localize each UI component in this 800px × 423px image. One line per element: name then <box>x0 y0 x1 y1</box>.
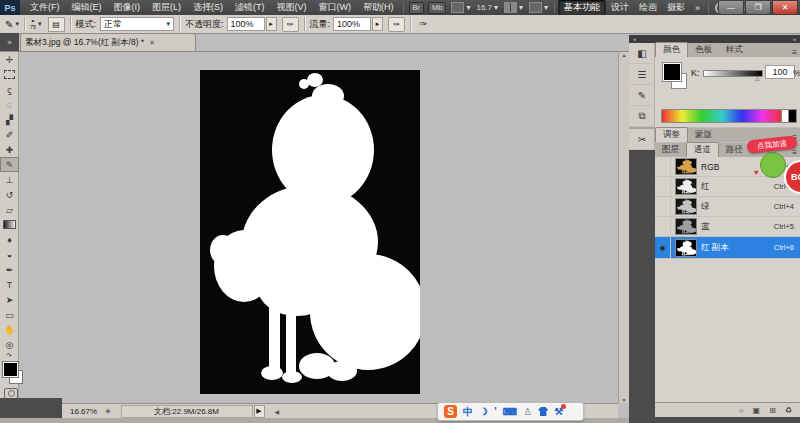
menu-layer[interactable]: 图层(L) <box>146 0 187 15</box>
flow-input[interactable]: 100% <box>333 17 371 31</box>
restore-button[interactable]: ❐ <box>745 0 771 15</box>
status-options-arrow[interactable]: ▶ <box>254 405 265 418</box>
k-value-input[interactable]: 100 <box>765 65 795 79</box>
channel-row-red-copy[interactable]: ◉ 红 副本 Ctrl+6 <box>655 237 800 259</box>
color-spectrum-ramp[interactable] <box>661 109 783 123</box>
tab-layers[interactable]: 图层 <box>655 143 686 157</box>
scroll-up-icon[interactable]: ▲ <box>622 52 627 58</box>
dropdown-icon[interactable]: ▾ <box>38 20 42 28</box>
workspace-design-button[interactable]: 设计 <box>606 0 634 15</box>
tab-color[interactable]: 颜色 <box>655 42 688 57</box>
dodge-tool[interactable]: ◒ <box>0 247 19 262</box>
toggle-brush-panel-icon[interactable]: ▤ <box>48 17 65 32</box>
workspace-painting-button[interactable]: 绘画 <box>634 0 662 15</box>
ime-softkeyboard-icon[interactable]: ⌨ <box>503 407 517 417</box>
tab-swatches[interactable]: 色板 <box>688 43 719 57</box>
tab-paths[interactable]: 路径 <box>719 143 750 157</box>
flow-spinner[interactable]: ▸ <box>372 17 383 31</box>
channel-row-blue[interactable]: 蓝 Ctrl+5 <box>655 217 800 237</box>
tab-adjustments[interactable]: 调整 <box>655 127 688 142</box>
sogou-logo-icon[interactable]: S <box>444 405 457 418</box>
menu-help[interactable]: 帮助(H) <box>357 0 400 15</box>
tab-channels[interactable]: 通道 <box>686 142 719 157</box>
tablet-pressure-icon[interactable]: ✑ <box>416 18 431 31</box>
clone-stamp-tool[interactable]: ⊥ <box>0 172 19 187</box>
zoom-tool[interactable]: ◎ <box>0 337 19 352</box>
menu-window[interactable]: 窗口(W) <box>313 0 358 15</box>
move-tool[interactable]: ✛ <box>0 52 19 67</box>
document-tab[interactable]: 素材3.jpg @ 16.7%(红 副本/8) * ✕ <box>20 33 196 52</box>
ime-settings-icon[interactable]: ⚒ <box>554 407 563 417</box>
brush-preset-picker[interactable]: • 75 <box>30 17 36 31</box>
document-close-icon[interactable]: ✕ <box>148 38 156 48</box>
blur-tool[interactable]: ♦ <box>0 232 19 247</box>
rectangular-marquee-tool[interactable] <box>0 67 19 82</box>
launch-bridge-button[interactable]: Br <box>409 2 425 14</box>
dock-tool-presets-panel-icon[interactable]: ✂ <box>629 127 655 150</box>
opacity-spinner[interactable]: ▸ <box>266 17 277 31</box>
new-channel-icon[interactable]: ⊞ <box>769 406 776 415</box>
k-slider-handle[interactable]: △ <box>755 74 760 81</box>
history-brush-tool[interactable]: ↺ <box>0 187 19 202</box>
scroll-left-icon[interactable]: ◀ <box>275 408 280 415</box>
tab-styles[interactable]: 样式 <box>719 43 750 57</box>
swap-colors-icon[interactable]: ↷ <box>0 352 18 360</box>
load-selection-icon[interactable]: ○ <box>739 406 744 415</box>
dock-brush-panel-icon[interactable]: ✎ <box>629 85 655 106</box>
brush-tool-preset-icon[interactable]: ✎ <box>5 19 13 30</box>
panel-menu-icon[interactable]: ≡ <box>792 148 800 157</box>
menu-filter[interactable]: 滤镜(T) <box>229 0 271 15</box>
dock-swatches-panel-icon[interactable]: ☰ <box>629 64 655 85</box>
vertical-scrollbar[interactable]: ▲ ▼ <box>618 52 629 403</box>
foreground-color-swatch[interactable] <box>3 362 18 377</box>
spot-healing-brush-tool[interactable]: ✚ <box>0 142 19 157</box>
delete-channel-icon[interactable]: ♻ <box>785 406 792 415</box>
tab-masks[interactable]: 蒙版 <box>688 128 719 142</box>
hand-tool[interactable]: ✋ <box>0 322 19 337</box>
view-extras-button[interactable]: ▾ <box>451 2 470 13</box>
gradient-tool[interactable] <box>0 217 19 232</box>
dock-history-panel-icon[interactable]: ◧ <box>629 43 655 64</box>
visibility-toggle[interactable] <box>655 217 671 236</box>
workspace-essentials-button[interactable]: 基本功能 <box>558 0 606 16</box>
ime-fullwidth-icon[interactable]: ☽ <box>479 407 488 417</box>
workspace-overflow-button[interactable]: » <box>690 2 705 14</box>
quick-selection-tool[interactable]: ◌ <box>0 97 19 112</box>
visibility-toggle[interactable] <box>655 197 671 216</box>
opacity-input[interactable]: 100% <box>227 17 265 31</box>
zoom-level-control[interactable]: 16.7 ▾ <box>476 3 498 12</box>
arrange-documents-button[interactable]: ▾ <box>504 2 523 13</box>
visibility-eye-icon[interactable]: ◉ <box>655 237 671 258</box>
dropdown-icon[interactable]: ▾ <box>15 20 19 28</box>
screen-mode-button[interactable]: ▾ <box>529 2 548 13</box>
launch-mini-bridge-button[interactable]: Mb <box>428 2 446 14</box>
canvas-document[interactable] <box>200 70 420 394</box>
visibility-toggle[interactable] <box>655 157 671 176</box>
menu-edit[interactable]: 编辑(E) <box>66 0 108 15</box>
menu-file[interactable]: 文件(F) <box>24 0 66 15</box>
channel-row-red[interactable]: 红 Ctrl+3 <box>655 177 800 197</box>
scroll-down-icon[interactable]: ▼ <box>622 397 627 403</box>
panel-foreground-swatch[interactable] <box>663 63 681 81</box>
status-zoom-level[interactable]: 16.67% <box>62 407 105 416</box>
airbrush-toggle-icon[interactable]: ✑ <box>388 17 405 32</box>
minimize-button[interactable]: — <box>718 0 744 15</box>
lasso-tool[interactable]: ϛ <box>0 82 19 97</box>
menu-select[interactable]: 选择(S) <box>187 0 229 15</box>
channel-row-green[interactable]: 绿 Ctrl+4 <box>655 197 800 217</box>
path-selection-tool[interactable]: ➤ <box>0 292 19 307</box>
eyedropper-tool[interactable]: ✐ <box>0 127 19 142</box>
opacity-pressure-icon[interactable]: ✑ <box>282 17 299 32</box>
eraser-tool[interactable]: ▱ <box>0 202 19 217</box>
crop-tool[interactable]: ▞ <box>0 112 19 127</box>
pen-tool[interactable]: ✒ <box>0 262 19 277</box>
visibility-toggle[interactable] <box>655 177 671 196</box>
ime-skin-icon[interactable] <box>538 407 548 416</box>
spectrum-black-cell[interactable] <box>788 109 797 123</box>
ime-punctuation-icon[interactable]: ’ <box>494 407 497 417</box>
ad-mascot[interactable] <box>760 152 786 178</box>
workspace-photography-button[interactable]: 摄影 <box>662 0 690 15</box>
k-slider-track[interactable] <box>703 70 763 77</box>
type-tool[interactable]: T <box>0 277 19 292</box>
close-button[interactable]: ✕ <box>772 0 798 15</box>
